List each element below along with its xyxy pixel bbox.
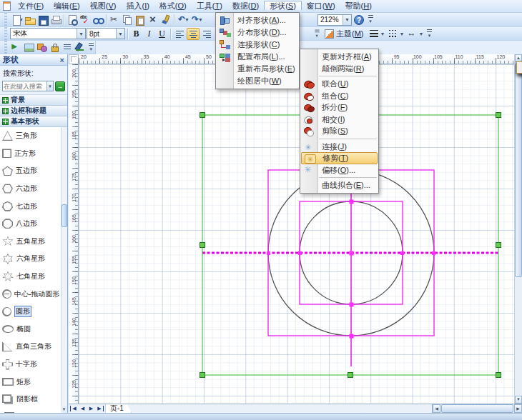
shape-list-item[interactable]: 阴影框 [0,391,67,409]
page-tab[interactable]: 页-1 [106,404,132,413]
submenu-item[interactable]: 修剪(T) [301,152,378,164]
scroll-down-icon[interactable]: ▼ [61,406,67,413]
menubar-item[interactable]: 帮助(H) [340,1,377,10]
bold-button[interactable]: B [130,28,142,40]
stencil-header[interactable]: 背景 [0,95,67,106]
toolbar-button[interactable] [108,14,121,26]
line-weight-button[interactable]: ▼ [368,28,386,40]
run-button[interactable] [10,41,22,54]
stencil-header[interactable]: 基本形状 [0,116,67,127]
help-button[interactable]: ? [353,14,365,26]
submenu-item[interactable]: 颠倒两端(R) [300,63,378,75]
toolbar-button[interactable] [49,14,62,26]
toolbar-button[interactable] [79,14,92,26]
toolbar-button[interactable]: ▼ [177,14,189,26]
panel-scrollbar-thumb[interactable] [61,204,67,227]
menubar-item[interactable]: 插入(I) [121,1,154,10]
shape-list-item[interactable]: 五角星形 [0,233,67,251]
stencil-header[interactable]: 边框和标题 [0,106,67,116]
menubar-item[interactable]: 形状(S) [264,1,302,10]
shape-list-item[interactable]: 圆形 [0,303,67,321]
toolbar-button[interactable] [159,14,172,26]
menu-item[interactable]: 连接形状(C) [216,39,299,51]
menubar-item[interactable]: 视图(V) [85,1,122,10]
toolbar-options-button[interactable]: ▾ [87,41,95,54]
font-name-combo[interactable]: 宋体 ▼ [10,28,86,39]
toolbar-options-button[interactable]: ▾ [366,14,375,26]
toolbar-options-button[interactable]: ▾ [425,28,434,40]
close-icon[interactable]: × [60,56,64,64]
shape-list-item[interactable]: 六角星形 [0,250,67,268]
menubar-item[interactable]: 数据(D) [227,1,264,10]
shape-list-item[interactable]: 三角形 [0,127,67,145]
menu-item[interactable]: 分布形状(D)... [216,26,299,39]
last-page-button[interactable]: ▶ [96,406,104,411]
theme-button[interactable]: 主题(M) [322,28,367,40]
scroll-left-icon[interactable]: ◀ [433,404,440,413]
shape-list-item[interactable]: 中心-拖动圆形 [0,285,67,303]
underline-button[interactable]: U [156,28,168,40]
chevron-down-icon[interactable]: ▾ [313,28,321,39]
menu-item[interactable]: 操作(N) [516,61,522,74]
menu-item[interactable]: 绘图居中(W) [216,75,299,87]
search-go-button[interactable]: → [55,81,65,91]
toolbar-button[interactable] [24,14,36,26]
shape-list-item[interactable]: 七边形 [0,197,67,215]
drawing-canvas[interactable] [79,64,514,404]
menubar-item[interactable]: 格式(O) [154,1,192,10]
shape-list-item[interactable]: 直角三角形 [0,338,67,356]
menu-item[interactable]: 重新布局形状(E) [216,63,299,75]
toolbar-grip[interactable] [4,41,7,54]
chevron-down-icon[interactable]: ▼ [116,29,124,39]
shape-list-item[interactable]: 椭圆 [0,321,67,339]
ink-button[interactable] [74,41,87,54]
scroll-down-icon[interactable]: ▼ [515,396,522,404]
toolbar-button[interactable]: ▼ [11,14,24,26]
line-ends-button[interactable]: ▼ [406,28,425,40]
shape-list-item[interactable]: 五边形 [0,162,67,180]
toolbar-button[interactable] [36,14,49,26]
horizontal-scrollbar[interactable]: ◀ ▶ [433,404,522,413]
align-left-button[interactable] [173,28,186,40]
shape-list-item[interactable]: 正方形 [0,145,67,163]
toolbar-button[interactable] [121,14,134,26]
submenu-item[interactable]: 相交(I) [300,114,378,126]
chevron-down-icon[interactable]: ▼ [343,15,351,25]
vertical-scrollbar[interactable]: ▲ ▼ [514,54,522,404]
submenu-item[interactable]: 曲线拟合(E)... [300,179,378,191]
shape-list-item[interactable]: 矩形 [0,373,67,391]
shape-list-item[interactable]: 八边形 [0,215,67,233]
horizontal-scrollbar-thumb[interactable] [441,404,513,413]
panel-scrollbar[interactable] [61,127,67,413]
toolbar-grip[interactable] [4,27,7,40]
align-right-button[interactable] [200,28,213,40]
menu-item[interactable]: 配置布局(L)... [216,51,299,63]
first-page-button[interactable]: ◀ [70,406,78,411]
toolbar-button[interactable] [147,14,159,26]
menu-item[interactable]: 对齐形状(A)... [216,14,299,26]
protection-button[interactable] [49,41,61,54]
submenu-item[interactable]: 偏移(O)... [300,164,378,176]
toolbar-button[interactable] [66,14,79,26]
zoom-combo[interactable]: 212% ▼ [317,14,352,26]
menubar-item[interactable]: 编辑(E) [49,1,85,10]
list-button[interactable] [61,41,74,54]
align-center-button[interactable] [187,28,200,40]
shape-list-item[interactable]: 七角星形 [0,268,67,286]
scroll-right-icon[interactable]: ▶ [514,404,522,413]
shape-search-input[interactable] [3,83,46,90]
italic-button[interactable]: I [143,28,155,40]
shape-list-item[interactable]: 六边形 [0,180,67,198]
menubar-item[interactable]: 工具(T) [192,1,227,10]
menubar-item[interactable]: 文件(F) [13,1,49,10]
chevron-down-icon[interactable]: ▼ [46,81,53,91]
toolbar-grip[interactable] [4,13,7,26]
shapes-button[interactable] [36,41,48,54]
insert-picture-button[interactable] [23,41,35,54]
prev-page-button[interactable]: ◀ [79,406,87,411]
vertical-scrollbar-thumb[interactable] [515,63,522,277]
toolbar-button[interactable]: ▼ [190,14,203,26]
line-pattern-button[interactable]: ▼ [387,28,405,40]
menubar-item[interactable]: 窗口(W) [302,1,340,10]
submenu-item[interactable]: 拆分(F) [300,101,378,114]
